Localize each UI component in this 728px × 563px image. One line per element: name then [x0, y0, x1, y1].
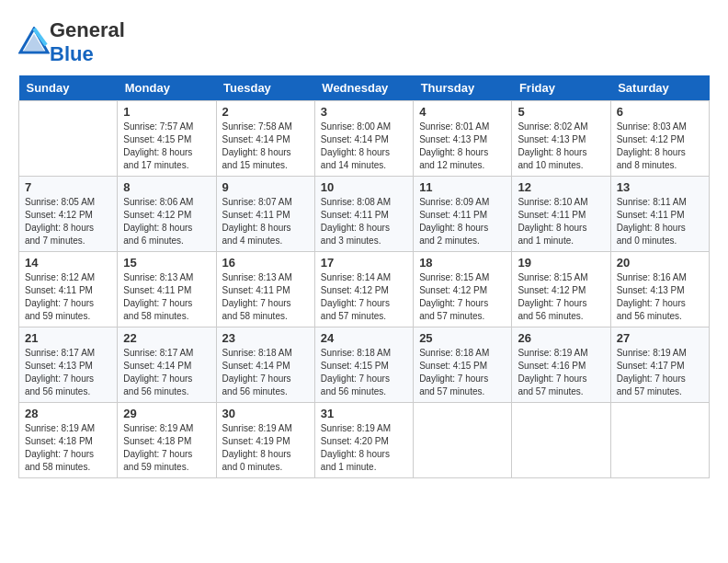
calendar-week-row: 7Sunrise: 8:05 AMSunset: 4:12 PMDaylight… — [19, 177, 710, 252]
sunrise-label: Sunrise: 8:06 AM — [123, 197, 193, 207]
cell-info: Sunrise: 7:57 AMSunset: 4:15 PMDaylight:… — [123, 121, 210, 172]
cell-info: Sunrise: 8:05 AMSunset: 4:12 PMDaylight:… — [25, 196, 111, 247]
sunrise-label: Sunrise: 8:19 AM — [123, 423, 193, 433]
day-number: 15 — [123, 256, 210, 270]
daylight-label: Daylight: 7 hours and 58 minutes. — [222, 298, 291, 321]
cell-info: Sunrise: 8:12 AMSunset: 4:11 PMDaylight:… — [25, 271, 111, 323]
sunset-label: Sunset: 4:17 PM — [617, 361, 685, 371]
day-number: 11 — [419, 180, 506, 194]
cell-info: Sunrise: 8:11 AMSunset: 4:11 PMDaylight:… — [617, 196, 703, 247]
daylight-label: Daylight: 7 hours and 57 minutes. — [617, 373, 686, 396]
sunset-label: Sunset: 4:13 PM — [518, 134, 586, 144]
sunset-label: Sunset: 4:18 PM — [25, 436, 93, 446]
sunrise-label: Sunrise: 8:19 AM — [518, 348, 587, 358]
calendar-cell: 26Sunrise: 8:19 AMSunset: 4:16 PMDayligh… — [512, 327, 610, 403]
sunset-label: Sunset: 4:12 PM — [123, 210, 191, 220]
sunset-label: Sunset: 4:14 PM — [222, 361, 290, 371]
daylight-label: Daylight: 8 hours and 1 minute. — [518, 223, 586, 246]
daylight-label: Daylight: 8 hours and 4 minutes. — [222, 223, 291, 246]
sunrise-label: Sunrise: 7:57 AM — [123, 121, 193, 132]
daylight-label: Daylight: 8 hours and 2 minutes. — [419, 223, 488, 246]
sunrise-label: Sunrise: 8:19 AM — [25, 423, 95, 433]
logo: General Blue — [18, 18, 125, 66]
calendar-cell: 9Sunrise: 8:07 AMSunset: 4:11 PMDaylight… — [216, 177, 314, 252]
cell-info: Sunrise: 8:19 AMSunset: 4:18 PMDaylight:… — [123, 422, 210, 474]
calendar-cell — [414, 403, 512, 478]
sunrise-label: Sunrise: 8:09 AM — [419, 197, 489, 207]
sunset-label: Sunset: 4:12 PM — [25, 210, 93, 220]
day-number: 2 — [222, 105, 309, 119]
calendar-cell: 17Sunrise: 8:14 AMSunset: 4:12 PMDayligh… — [314, 252, 413, 327]
daylight-label: Daylight: 7 hours and 57 minutes. — [518, 373, 586, 396]
sunrise-label: Sunrise: 8:10 AM — [518, 197, 587, 207]
sunrise-label: Sunrise: 8:13 AM — [222, 272, 292, 282]
daylight-label: Daylight: 7 hours and 56 minutes. — [321, 373, 390, 396]
day-number: 10 — [321, 180, 407, 194]
sunset-label: Sunset: 4:11 PM — [518, 210, 586, 220]
cell-info: Sunrise: 8:19 AMSunset: 4:16 PMDaylight:… — [518, 347, 604, 398]
sunrise-label: Sunrise: 8:03 AM — [617, 121, 687, 132]
sunset-label: Sunset: 4:14 PM — [222, 134, 290, 144]
sunrise-label: Sunrise: 8:05 AM — [25, 197, 95, 207]
day-number: 9 — [222, 180, 309, 194]
sunset-label: Sunset: 4:11 PM — [25, 285, 93, 295]
cell-info: Sunrise: 8:06 AMSunset: 4:12 PMDaylight:… — [123, 196, 210, 247]
cell-info: Sunrise: 8:03 AMSunset: 4:12 PMDaylight:… — [617, 121, 703, 172]
cell-info: Sunrise: 8:16 AMSunset: 4:13 PMDaylight:… — [617, 271, 703, 323]
sunset-label: Sunset: 4:14 PM — [123, 361, 191, 371]
daylight-label: Daylight: 7 hours and 56 minutes. — [123, 373, 192, 396]
calendar-cell: 3Sunrise: 8:00 AMSunset: 4:14 PMDaylight… — [314, 101, 413, 177]
calendar-cell: 5Sunrise: 8:02 AMSunset: 4:13 PMDaylight… — [512, 101, 610, 177]
daylight-label: Daylight: 7 hours and 59 minutes. — [123, 449, 192, 472]
sunrise-label: Sunrise: 8:15 AM — [419, 272, 489, 282]
sunrise-label: Sunrise: 8:11 AM — [617, 197, 687, 207]
daylight-label: Daylight: 8 hours and 8 minutes. — [617, 147, 686, 170]
cell-info: Sunrise: 8:17 AMSunset: 4:13 PMDaylight:… — [25, 347, 111, 398]
calendar-cell: 13Sunrise: 8:11 AMSunset: 4:11 PMDayligh… — [610, 177, 709, 252]
cell-info: Sunrise: 8:07 AMSunset: 4:11 PMDaylight:… — [222, 196, 309, 247]
calendar-week-row: 21Sunrise: 8:17 AMSunset: 4:13 PMDayligh… — [19, 327, 710, 403]
cell-info: Sunrise: 8:18 AMSunset: 4:15 PMDaylight:… — [321, 347, 407, 398]
sunrise-label: Sunrise: 8:07 AM — [222, 197, 292, 207]
cell-info: Sunrise: 8:18 AMSunset: 4:15 PMDaylight:… — [419, 347, 506, 398]
cell-info: Sunrise: 8:01 AMSunset: 4:13 PMDaylight:… — [419, 121, 506, 172]
weekday-header-saturday: Saturday — [610, 75, 709, 101]
calendar-cell: 10Sunrise: 8:08 AMSunset: 4:11 PMDayligh… — [314, 177, 413, 252]
weekday-header-tuesday: Tuesday — [216, 75, 314, 101]
sunrise-label: Sunrise: 8:15 AM — [518, 272, 587, 282]
sunset-label: Sunset: 4:14 PM — [321, 134, 389, 144]
day-number: 4 — [419, 105, 506, 119]
sunset-label: Sunset: 4:12 PM — [321, 285, 389, 295]
day-number: 8 — [123, 180, 210, 194]
daylight-label: Daylight: 7 hours and 56 minutes. — [222, 373, 291, 396]
sunset-label: Sunset: 4:11 PM — [222, 285, 290, 295]
weekday-header-sunday: Sunday — [19, 75, 118, 101]
sunrise-label: Sunrise: 8:17 AM — [123, 348, 193, 358]
sunset-label: Sunset: 4:20 PM — [321, 436, 389, 446]
sunset-label: Sunset: 4:12 PM — [617, 134, 685, 144]
sunset-label: Sunset: 4:16 PM — [518, 361, 586, 371]
calendar-cell: 29Sunrise: 8:19 AMSunset: 4:18 PMDayligh… — [118, 403, 216, 478]
day-number: 16 — [222, 256, 309, 270]
cell-info: Sunrise: 8:17 AMSunset: 4:14 PMDaylight:… — [123, 347, 210, 398]
calendar-cell — [610, 403, 709, 478]
calendar-cell: 14Sunrise: 8:12 AMSunset: 4:11 PMDayligh… — [19, 252, 118, 327]
sunset-label: Sunset: 4:12 PM — [419, 285, 487, 295]
calendar-week-row: 14Sunrise: 8:12 AMSunset: 4:11 PMDayligh… — [19, 252, 710, 327]
daylight-label: Daylight: 8 hours and 6 minutes. — [123, 223, 192, 246]
sunrise-label: Sunrise: 8:16 AM — [617, 272, 687, 282]
sunrise-label: Sunrise: 8:19 AM — [321, 423, 391, 433]
day-number: 23 — [222, 331, 309, 345]
day-number: 19 — [518, 256, 604, 270]
sunset-label: Sunset: 4:15 PM — [419, 361, 487, 371]
daylight-label: Daylight: 8 hours and 17 minutes. — [123, 147, 192, 170]
cell-info: Sunrise: 8:19 AMSunset: 4:18 PMDaylight:… — [25, 422, 111, 474]
calendar-cell: 19Sunrise: 8:15 AMSunset: 4:12 PMDayligh… — [512, 252, 610, 327]
daylight-label: Daylight: 7 hours and 56 minutes. — [518, 298, 586, 321]
day-number: 14 — [25, 256, 111, 270]
cell-info: Sunrise: 8:13 AMSunset: 4:11 PMDaylight:… — [123, 271, 210, 323]
daylight-label: Daylight: 8 hours and 7 minutes. — [25, 223, 94, 246]
sunset-label: Sunset: 4:12 PM — [518, 285, 586, 295]
calendar-cell: 22Sunrise: 8:17 AMSunset: 4:14 PMDayligh… — [118, 327, 216, 403]
daylight-label: Daylight: 7 hours and 56 minutes. — [25, 373, 94, 396]
